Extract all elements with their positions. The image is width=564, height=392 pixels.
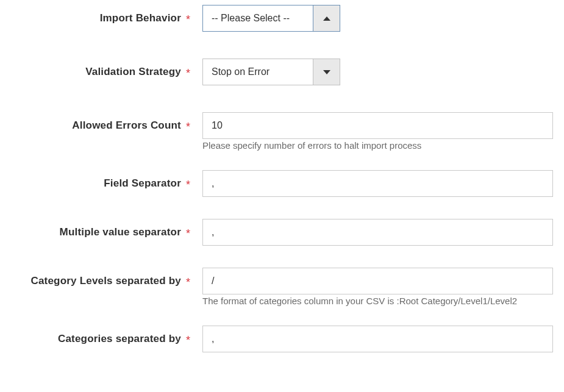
import-behavior-select[interactable]: -- Please Select -- xyxy=(202,5,340,32)
multiple-value-separator-label: Multiple value separator xyxy=(60,226,181,238)
row-category-levels: Category Levels separated by * xyxy=(11,268,553,294)
allowed-errors-note: Please specify number of errors to halt … xyxy=(194,139,421,152)
allowed-errors-input[interactable] xyxy=(202,112,553,139)
label-col: Multiple value separator * xyxy=(11,219,194,246)
required-mark: * xyxy=(186,68,190,79)
required-mark: * xyxy=(186,228,190,239)
label-col: Field Separator * xyxy=(11,170,194,197)
category-levels-note: The format of categories column in your … xyxy=(194,294,517,307)
chevron-up-icon xyxy=(323,16,330,21)
import-behavior-label: Import Behavior xyxy=(100,12,181,24)
validation-strategy-toggle[interactable] xyxy=(313,59,340,85)
row-allowed-errors: Allowed Errors Count * xyxy=(11,112,553,139)
control-col: Stop on Error xyxy=(194,59,553,85)
field-separator-input[interactable] xyxy=(202,170,553,197)
category-levels-input[interactable] xyxy=(202,268,553,294)
required-mark: * xyxy=(186,14,190,25)
categories-separated-label: Categories separated by xyxy=(58,333,181,345)
required-mark: * xyxy=(186,121,190,132)
label-col: Allowed Errors Count * xyxy=(11,112,194,139)
categories-separated-input[interactable] xyxy=(202,326,553,352)
validation-strategy-select[interactable]: Stop on Error xyxy=(202,59,340,85)
row-multiple-value-separator: Multiple value separator * xyxy=(11,219,553,246)
spacer xyxy=(11,139,194,152)
spacer xyxy=(11,205,553,219)
note-row-category-levels: The format of categories column in your … xyxy=(11,294,553,307)
spacer xyxy=(11,40,553,59)
spacer xyxy=(11,94,553,112)
control-col xyxy=(194,170,553,197)
control-col xyxy=(194,326,553,352)
import-behavior-toggle[interactable] xyxy=(313,5,340,31)
validation-strategy-value: Stop on Error xyxy=(203,59,313,85)
row-import-behavior: Import Behavior * -- Please Select -- xyxy=(11,5,553,32)
chevron-down-icon xyxy=(323,70,330,74)
required-mark: * xyxy=(186,179,190,190)
spacer xyxy=(11,254,553,268)
required-mark: * xyxy=(186,335,190,346)
label-col: Category Levels separated by * xyxy=(11,268,194,294)
label-col: Categories separated by * xyxy=(11,326,194,352)
category-levels-label: Category Levels separated by xyxy=(30,275,181,287)
import-behavior-value: -- Please Select -- xyxy=(203,5,313,31)
row-field-separator: Field Separator * xyxy=(11,170,553,197)
control-col xyxy=(194,268,553,294)
import-settings-form: Import Behavior * -- Please Select -- Va… xyxy=(0,0,564,366)
spacer xyxy=(11,294,194,307)
field-separator-label: Field Separator xyxy=(104,177,181,190)
note-row-allowed-errors: Please specify number of errors to halt … xyxy=(11,139,553,152)
row-validation-strategy: Validation Strategy * Stop on Error xyxy=(11,59,553,85)
required-mark: * xyxy=(186,277,190,288)
validation-strategy-label: Validation Strategy xyxy=(85,66,181,78)
multiple-value-separator-input[interactable] xyxy=(202,219,553,246)
row-categories-separated: Categories separated by * xyxy=(11,326,553,352)
control-col xyxy=(194,112,553,139)
label-col: Validation Strategy * xyxy=(11,59,194,85)
control-col: -- Please Select -- xyxy=(194,5,553,32)
allowed-errors-label: Allowed Errors Count xyxy=(72,119,181,132)
control-col xyxy=(194,219,553,246)
label-col: Import Behavior * xyxy=(11,5,194,32)
